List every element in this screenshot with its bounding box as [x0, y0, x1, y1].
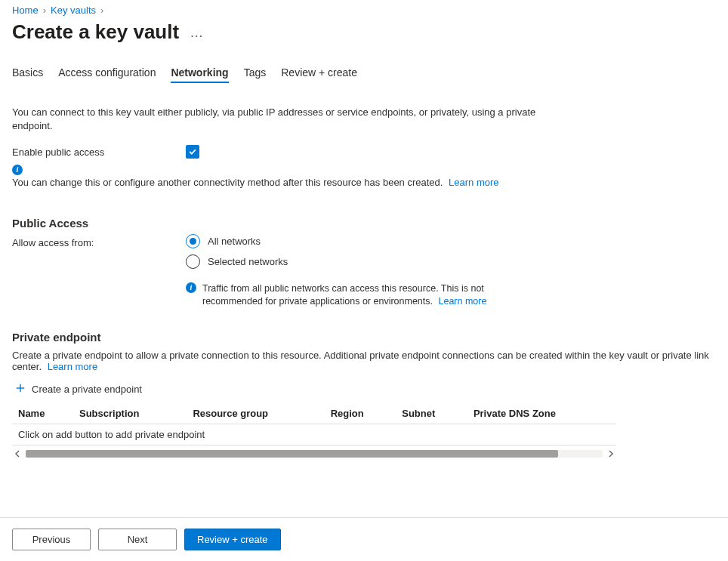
- radio-all-networks-label: All networks: [208, 236, 261, 247]
- check-icon: [188, 147, 197, 156]
- col-private-dns-zone[interactable]: Private DNS Zone: [467, 403, 616, 424]
- scroll-thumb[interactable]: [26, 450, 558, 458]
- col-resource-group[interactable]: Resource group: [187, 403, 324, 424]
- create-private-endpoint-label: Create a private endpoint: [32, 384, 142, 395]
- tab-tags[interactable]: Tags: [244, 63, 267, 83]
- networking-intro: You can connect to this key vault either…: [12, 106, 556, 133]
- tab-networking[interactable]: Networking: [171, 63, 228, 83]
- next-button[interactable]: Next: [98, 529, 177, 550]
- tabs: Basics Access configuration Networking T…: [12, 63, 716, 83]
- connectivity-learn-more-link[interactable]: Learn more: [449, 177, 498, 188]
- review-create-button[interactable]: Review + create: [184, 529, 281, 550]
- tab-access-configuration[interactable]: Access configuration: [58, 63, 156, 83]
- more-actions-button[interactable]: …: [190, 26, 205, 39]
- horizontal-scrollbar[interactable]: [12, 448, 616, 459]
- radio-icon: [186, 234, 200, 248]
- tab-review-create[interactable]: Review + create: [281, 63, 357, 83]
- radio-selected-networks-label: Selected networks: [208, 256, 288, 267]
- chevron-right-icon: ›: [100, 5, 103, 16]
- public-access-learn-more-link[interactable]: Learn more: [439, 296, 487, 307]
- private-endpoint-empty-row: Click on add button to add private endpo…: [12, 424, 616, 445]
- radio-all-networks[interactable]: All networks: [186, 234, 533, 248]
- allow-access-from-label: Allow access from:: [12, 236, 186, 248]
- enable-public-access-checkbox[interactable]: [186, 145, 199, 159]
- chevron-right-icon: ›: [43, 5, 46, 16]
- breadcrumb-home[interactable]: Home: [12, 5, 39, 16]
- previous-button[interactable]: Previous: [12, 529, 91, 550]
- plus-icon: [15, 383, 26, 396]
- radio-icon: [186, 254, 200, 269]
- public-access-heading: Public Access: [12, 217, 716, 230]
- private-endpoint-desc: Create a private endpoint to allow a pri…: [12, 350, 709, 372]
- col-region[interactable]: Region: [325, 403, 396, 424]
- private-endpoint-heading: Private endpoint: [12, 331, 716, 344]
- connectivity-note: You can change this or configure another…: [12, 177, 443, 188]
- private-endpoint-table: Name Subscription Resource group Region …: [12, 403, 616, 459]
- create-private-endpoint-button[interactable]: Create a private endpoint: [15, 383, 142, 396]
- radio-selected-networks[interactable]: Selected networks: [186, 254, 533, 269]
- scroll-right-icon[interactable]: [606, 448, 616, 459]
- breadcrumb-keyvaults[interactable]: Key vaults: [51, 5, 96, 16]
- private-endpoint-learn-more-link[interactable]: Learn more: [48, 361, 97, 372]
- info-icon: i: [186, 282, 196, 293]
- col-subscription[interactable]: Subscription: [73, 403, 187, 424]
- scroll-left-icon[interactable]: [12, 448, 23, 459]
- scroll-track[interactable]: [26, 450, 603, 458]
- footer-action-bar: Previous Next Review + create: [0, 517, 728, 561]
- breadcrumb: Home › Key vaults ›: [12, 5, 716, 16]
- col-subnet[interactable]: Subnet: [396, 403, 467, 424]
- tab-basics[interactable]: Basics: [12, 63, 43, 83]
- info-icon: i: [12, 165, 23, 175]
- col-name[interactable]: Name: [12, 403, 73, 424]
- enable-public-access-label: Enable public access: [12, 146, 186, 158]
- page-title: Create a key vault: [12, 20, 179, 44]
